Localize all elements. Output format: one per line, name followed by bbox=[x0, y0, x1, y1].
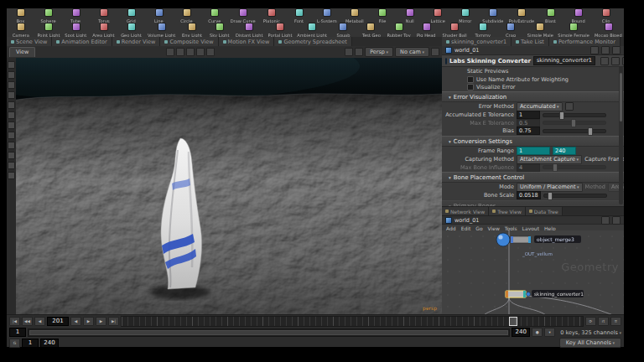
network-tab[interactable]: Network View bbox=[442, 207, 489, 215]
shelf-tool[interactable]: Sphere bbox=[34, 8, 62, 23]
section-primary-bones[interactable]: Primary Bones bbox=[442, 200, 624, 206]
shelf-tool[interactable]: Tube bbox=[62, 8, 90, 23]
bone-scale-slider[interactable] bbox=[543, 194, 607, 198]
parameter-path[interactable]: world_01 bbox=[454, 47, 479, 54]
shelf-tool[interactable]: Torus bbox=[90, 8, 117, 23]
shelf-tool[interactable]: Test Geo bbox=[357, 23, 385, 38]
shelf-tool[interactable]: Curve bbox=[200, 8, 228, 23]
shelf-tool[interactable]: Geo Light bbox=[117, 23, 145, 38]
bias-field[interactable]: 0.75 bbox=[517, 127, 540, 135]
shelf-tool[interactable]: Font bbox=[285, 8, 313, 23]
key-all-channels-button[interactable]: Key All Channels bbox=[559, 338, 621, 348]
shelf-tool[interactable]: Env Light bbox=[178, 23, 205, 38]
pane-tab[interactable]: Scene View bbox=[7, 37, 52, 46]
shelf-tool[interactable]: Mocap Biped bbox=[592, 23, 624, 38]
playhead[interactable] bbox=[509, 317, 517, 326]
construction-plane-icon[interactable] bbox=[8, 142, 15, 149]
shelf-tool[interactable]: Point Light bbox=[34, 23, 62, 38]
pin-icon[interactable] bbox=[612, 216, 621, 225]
translate-tool-icon[interactable] bbox=[8, 81, 15, 89]
view-tool-icon[interactable] bbox=[8, 61, 15, 69]
go-start-button[interactable]: |◀ bbox=[9, 317, 20, 326]
frame-range-end-field[interactable]: 240 bbox=[553, 147, 576, 155]
shelf-tool[interactable]: Draw Curve bbox=[228, 8, 257, 23]
shelf-tool[interactable]: Box bbox=[7, 8, 34, 23]
section-conversion-settings[interactable]: Conversion Settings bbox=[442, 136, 624, 147]
network-canvas[interactable]: Geometry object_merge3 bbox=[442, 230, 624, 314]
shelf-tool[interactable]: Line bbox=[145, 8, 173, 23]
prev-frame-button[interactable]: ◀ bbox=[34, 317, 45, 326]
keys-channels-info[interactable]: 0 keys, 325 channels bbox=[560, 329, 621, 336]
gear-icon[interactable] bbox=[600, 57, 609, 65]
3d-scene[interactable] bbox=[16, 58, 442, 314]
bias-slider[interactable] bbox=[543, 129, 606, 133]
lock-icon[interactable] bbox=[622, 57, 624, 65]
shelf-tool[interactable]: Pig Head bbox=[413, 23, 440, 38]
playback-range-slider[interactable] bbox=[28, 328, 510, 337]
shelf-tool[interactable]: Volume Light bbox=[145, 23, 178, 38]
shelf-tool[interactable]: Lattice bbox=[423, 8, 451, 23]
pane-tab[interactable]: Take List bbox=[512, 37, 549, 46]
select-tool-icon[interactable] bbox=[8, 71, 15, 79]
frame-range-start-field[interactable]: 1 bbox=[517, 147, 550, 155]
shelf-tool[interactable]: Camera bbox=[7, 23, 34, 38]
name-attr-checkbox[interactable] bbox=[467, 76, 474, 83]
camera-lock-icon[interactable] bbox=[355, 48, 363, 56]
projection-selector[interactable]: Persp bbox=[365, 47, 393, 57]
visibility-tool-icon[interactable] bbox=[8, 152, 15, 159]
play-button[interactable]: ▶ bbox=[83, 317, 94, 326]
shelf-tool[interactable]: Tommy bbox=[470, 23, 497, 38]
visualize-error-checkbox[interactable] bbox=[467, 84, 474, 90]
global-range-button[interactable]: G bbox=[9, 339, 20, 348]
network-tab[interactable]: Tree View bbox=[489, 207, 526, 215]
error-method-dropdown[interactable]: Accumulated bbox=[517, 102, 563, 111]
menu-token-icon[interactable] bbox=[565, 102, 574, 111]
node-skinning-converter[interactable]: skinning_converter1 bbox=[506, 290, 584, 297]
shelf-tool[interactable]: PolyExtrude bbox=[506, 8, 537, 23]
shelf-tool[interactable]: Subdivide bbox=[479, 8, 506, 23]
pane-tab[interactable]: Render View bbox=[112, 37, 161, 46]
viewport-view-tab[interactable]: View bbox=[9, 47, 35, 57]
play-reverse-button[interactable]: ◀ bbox=[70, 317, 81, 326]
shelf-tool[interactable]: Circle bbox=[173, 8, 200, 23]
shelf-tool[interactable]: Squab bbox=[330, 23, 357, 38]
shelf-tool[interactable]: Ambient Light bbox=[294, 23, 330, 38]
snap-point-icon[interactable] bbox=[186, 48, 195, 56]
pane-tab[interactable]: Geometry Spreadsheet bbox=[274, 37, 351, 46]
snap-grid-icon[interactable] bbox=[176, 48, 184, 56]
bone-scale-field[interactable]: 0.0518 bbox=[517, 191, 541, 199]
global-end-field[interactable]: 240 bbox=[40, 339, 59, 348]
current-frame-field[interactable]: 201 bbox=[47, 317, 69, 326]
mode-dropdown[interactable]: Uniform / Placement bbox=[517, 183, 583, 192]
shelf-tool[interactable]: Simple Female bbox=[555, 23, 592, 38]
shelf-tool[interactable]: Sky Light bbox=[205, 23, 233, 38]
pane-tab[interactable]: Performance Monitor bbox=[549, 37, 621, 46]
pane-tab[interactable]: skinning_converter1 bbox=[442, 37, 512, 46]
shelf-tool[interactable]: Mirror bbox=[451, 8, 479, 23]
network-path[interactable]: world_01 bbox=[454, 217, 479, 224]
loop-mode-button[interactable]: ⟳ bbox=[585, 317, 596, 326]
accumulated-tolerance-slider[interactable] bbox=[543, 113, 606, 117]
presets-icon[interactable] bbox=[611, 57, 620, 65]
scene-viewport[interactable]: View Persp No cam bbox=[7, 46, 443, 314]
section-error-visualization[interactable]: Error Visualization bbox=[442, 91, 624, 102]
node-name-field[interactable]: skinning_converter1 bbox=[533, 56, 595, 65]
pane-tab[interactable]: Motion FX View bbox=[219, 37, 275, 46]
rotate-tool-icon[interactable] bbox=[8, 91, 15, 99]
shelf-tool[interactable]: Portal Light bbox=[266, 23, 294, 38]
link-icon[interactable] bbox=[601, 46, 610, 54]
viewport-lock-icon[interactable] bbox=[431, 48, 439, 56]
pane-menu-icon[interactable] bbox=[612, 46, 621, 54]
shelf-tool[interactable]: Simple Male bbox=[525, 23, 556, 38]
prev-key-button[interactable]: ◀◀ bbox=[22, 317, 33, 326]
parameters-scrollbar[interactable] bbox=[619, 66, 623, 204]
pane-tab[interactable]: Composite View bbox=[160, 37, 218, 46]
global-start-field[interactable]: 1 bbox=[22, 339, 39, 348]
range-end-field[interactable]: 240 bbox=[512, 328, 530, 337]
snap-tool-icon[interactable] bbox=[8, 132, 15, 139]
shelf-tool[interactable]: Rubber Toy bbox=[385, 23, 413, 38]
shelf-tool[interactable]: Metaball bbox=[340, 8, 368, 23]
shelf-tool[interactable]: L-System bbox=[313, 8, 340, 23]
shelf-tool[interactable]: Area Light bbox=[90, 23, 117, 38]
shelf-tool[interactable]: Grid bbox=[117, 8, 145, 23]
